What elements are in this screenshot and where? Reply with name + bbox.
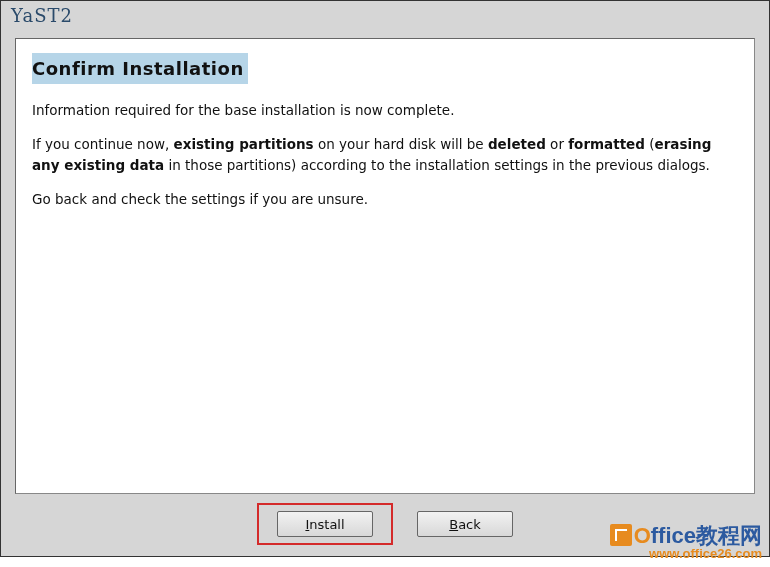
bold-existing-partitions: existing partitions [174, 136, 314, 152]
install-highlight: Install [257, 503, 393, 545]
text-fragment: on your hard disk will be [314, 136, 488, 152]
advice-text: Go back and check the settings if you ar… [32, 189, 738, 209]
text-fragment: or [546, 136, 568, 152]
text-fragment: in those partitions) according to the in… [164, 157, 710, 173]
back-label-rest: ack [458, 517, 481, 532]
text-fragment: If you continue now, [32, 136, 174, 152]
install-button[interactable]: Install [277, 511, 373, 537]
warning-text: If you continue now, existing partitions… [32, 134, 738, 175]
window-title: YaST2 [1, 1, 769, 30]
text-fragment: ( [645, 136, 655, 152]
bold-deleted: deleted [488, 136, 546, 152]
back-mnemonic: B [449, 517, 458, 532]
back-button[interactable]: Back [417, 511, 513, 537]
content-panel: Confirm Installation Information require… [15, 38, 755, 494]
bold-formatted: formatted [568, 136, 645, 152]
install-label-rest: nstall [309, 517, 344, 532]
yast-window: YaST2 Confirm Installation Information r… [0, 0, 770, 557]
intro-text: Information required for the base instal… [32, 100, 738, 120]
dialog-heading: Confirm Installation [32, 53, 248, 84]
button-row: Install Back [1, 502, 769, 556]
